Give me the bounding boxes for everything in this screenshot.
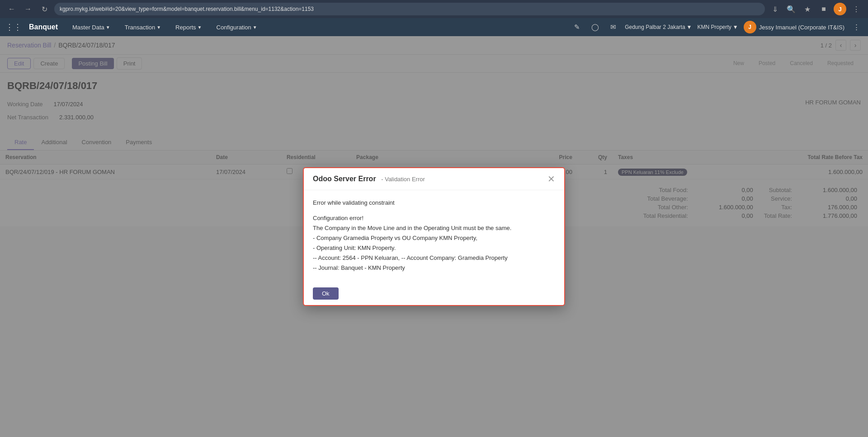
modal-header: Odoo Server Error - Validation Error ✕ bbox=[304, 168, 564, 190]
star-icon[interactable]: ★ bbox=[801, 3, 814, 15]
edit-icon[interactable]: ✎ bbox=[571, 21, 583, 33]
browser-bar: ← → ↻ ⇓ 🔍 ★ ■ J ⋮ bbox=[0, 0, 868, 18]
nav-transaction[interactable]: Transaction ▼ bbox=[121, 22, 165, 33]
main-content: Reservation Bill / BQRB/24/07/18/017 1 /… bbox=[0, 36, 868, 437]
chevron-down-icon: ▼ bbox=[687, 24, 692, 30]
property-selector[interactable]: KMN Property ▼ bbox=[697, 24, 738, 30]
extensions-icon[interactable]: ■ bbox=[817, 3, 830, 15]
constraint-error-text: Error while validating constraint bbox=[313, 199, 555, 206]
download-icon[interactable]: ⇓ bbox=[769, 3, 781, 15]
url-bar[interactable] bbox=[54, 3, 765, 15]
config-error-title: Configuration error! bbox=[313, 213, 555, 223]
forward-button[interactable]: → bbox=[22, 3, 34, 15]
search-icon[interactable]: 🔍 bbox=[785, 3, 797, 15]
error-modal: Odoo Server Error - Validation Error ✕ E… bbox=[303, 167, 565, 306]
config-error-text: Configuration error! The Company in the … bbox=[313, 213, 555, 273]
modal-overlay: Odoo Server Error - Validation Error ✕ E… bbox=[0, 36, 868, 437]
chevron-down-icon: ▼ bbox=[253, 25, 257, 30]
nav-configuration[interactable]: Configuration ▼ bbox=[213, 22, 261, 33]
grid-icon[interactable]: ⋮⋮ bbox=[5, 22, 22, 32]
menu-icon[interactable]: ⋮ bbox=[850, 3, 863, 15]
ok-button[interactable]: Ok bbox=[313, 287, 339, 300]
modal-body: Error while validating constraint Config… bbox=[304, 190, 564, 282]
modal-subtitle: - Validation Error bbox=[381, 176, 425, 183]
error-line3: - Operating Unit: KMN Property. bbox=[313, 243, 555, 253]
browser-avatar: J bbox=[834, 3, 846, 15]
chevron-down-icon: ▼ bbox=[733, 24, 738, 30]
error-line1: The Company in the Move Line and in the … bbox=[313, 223, 555, 233]
user-menu[interactable]: J Jessy Imanuel (Corporate IT&IS) bbox=[744, 21, 844, 33]
chat-icon[interactable]: ✉ bbox=[607, 21, 619, 33]
company-selector[interactable]: Gedung Palbar 2 Jakarta ▼ bbox=[625, 24, 692, 30]
app-header: ⋮⋮ Banquet Master Data ▼ Transaction ▼ R… bbox=[0, 18, 868, 36]
user-avatar: J bbox=[744, 21, 756, 33]
chevron-down-icon: ▼ bbox=[198, 25, 202, 30]
header-right: ✎ ◯ ✉ Gedung Palbar 2 Jakarta ▼ KMN Prop… bbox=[571, 21, 863, 33]
error-line4: -- Account: 2564 - PPN Keluaran, -- Acco… bbox=[313, 253, 555, 263]
modal-title-area: Odoo Server Error - Validation Error bbox=[313, 175, 425, 183]
modal-title: Odoo Server Error bbox=[313, 175, 376, 183]
settings-icon[interactable]: ⋮ bbox=[850, 21, 863, 33]
error-line2: - Company Gramedia Property vs OU Compan… bbox=[313, 233, 555, 243]
nav-master-data[interactable]: Master Data ▼ bbox=[69, 22, 114, 33]
app-name: Banquet bbox=[29, 23, 58, 31]
reload-button[interactable]: ↻ bbox=[38, 3, 51, 15]
modal-close-button[interactable]: ✕ bbox=[547, 174, 555, 183]
nav-reports[interactable]: Reports ▼ bbox=[172, 22, 205, 33]
modal-footer: Ok bbox=[304, 282, 564, 305]
chevron-down-icon: ▼ bbox=[156, 25, 161, 30]
error-line5: -- Journal: Banquet - KMN Property bbox=[313, 263, 555, 273]
browser-icons: ⇓ 🔍 ★ ■ J ⋮ bbox=[769, 3, 863, 15]
clock-icon[interactable]: ◯ bbox=[589, 21, 601, 33]
back-button[interactable]: ← bbox=[5, 3, 18, 15]
chevron-down-icon: ▼ bbox=[106, 25, 110, 30]
